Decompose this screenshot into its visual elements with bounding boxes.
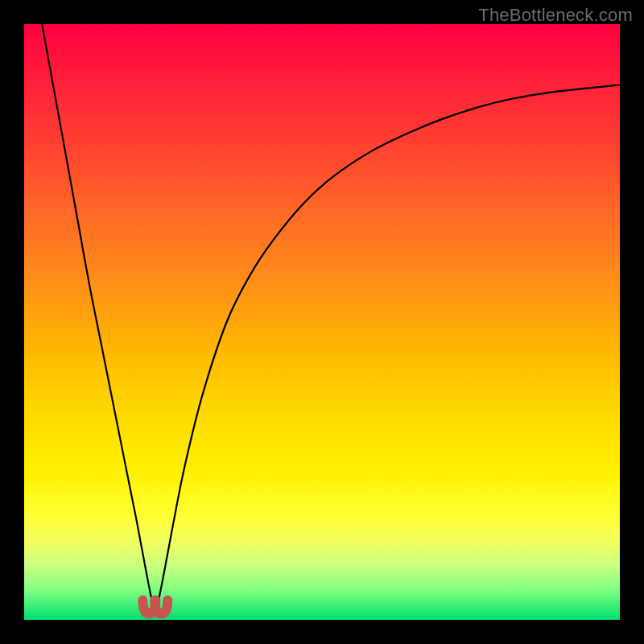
optimum-marker: [155, 601, 167, 614]
plot-area: [24, 24, 620, 620]
optimum-markers: [142, 601, 167, 614]
chart-frame: TheBottleneck.com: [0, 0, 644, 644]
curve-layer: [24, 24, 620, 620]
watermark-text: TheBottleneck.com: [478, 5, 633, 26]
bottleneck-curve: [42, 24, 620, 611]
